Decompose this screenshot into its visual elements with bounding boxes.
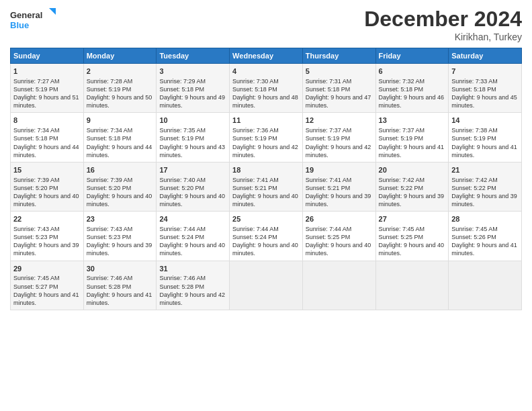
daylight: Daylight: 9 hours and 46 minutes. <box>379 94 445 109</box>
daylight: Daylight: 9 hours and 40 minutes. <box>159 193 225 208</box>
sunrise: Sunrise: 7:43 AM <box>13 226 60 232</box>
day-number: 29 <box>13 264 81 274</box>
day-number: 24 <box>159 214 226 224</box>
day-number: 19 <box>306 165 373 175</box>
sunset: Sunset: 5:20 PM <box>87 185 132 191</box>
daylight: Daylight: 9 hours and 42 minutes. <box>159 291 225 306</box>
day-number: 5 <box>306 66 373 77</box>
day-number: 10 <box>159 116 226 126</box>
table-cell: 18Sunrise: 7:41 AMSunset: 5:21 PMDayligh… <box>230 162 303 211</box>
table-cell: 3Sunrise: 7:29 AMSunset: 5:18 PMDaylight… <box>157 64 230 113</box>
svg-text:Blue: Blue <box>10 20 29 30</box>
sunrise: Sunrise: 7:39 AM <box>13 177 60 183</box>
sunrise: Sunrise: 7:29 AM <box>159 78 206 85</box>
sunset: Sunset: 5:22 PM <box>379 185 424 191</box>
daylight: Daylight: 9 hours and 47 minutes. <box>306 94 371 109</box>
table-cell: 12Sunrise: 7:37 AMSunset: 5:19 PMDayligh… <box>302 113 375 162</box>
daylight: Daylight: 9 hours and 49 minutes. <box>159 94 225 109</box>
sunrise: Sunrise: 7:28 AM <box>87 78 133 85</box>
sunset: Sunset: 5:26 PM <box>451 234 496 240</box>
table-cell: 29Sunrise: 7:45 AMSunset: 5:27 PMDayligh… <box>11 261 84 310</box>
sunset: Sunset: 5:28 PM <box>159 283 204 290</box>
table-cell: 13Sunrise: 7:37 AMSunset: 5:19 PMDayligh… <box>375 113 449 162</box>
daylight: Daylight: 9 hours and 50 minutes. <box>87 94 152 109</box>
day-number: 20 <box>379 165 446 175</box>
table-row: 29Sunrise: 7:45 AMSunset: 5:27 PMDayligh… <box>11 261 522 310</box>
daylight: Daylight: 9 hours and 40 minutes. <box>379 242 445 257</box>
table-cell <box>375 261 449 310</box>
day-number: 28 <box>451 214 519 224</box>
table-cell: 16Sunrise: 7:39 AMSunset: 5:20 PMDayligh… <box>83 162 157 211</box>
daylight: Daylight: 9 hours and 42 minutes. <box>232 144 298 158</box>
table-cell <box>302 261 375 310</box>
daylight: Daylight: 9 hours and 41 minutes. <box>87 291 152 306</box>
calendar-body: 1Sunrise: 7:27 AMSunset: 5:19 PMDaylight… <box>11 64 522 310</box>
day-number: 30 <box>87 264 154 274</box>
col-wednesday: Wednesday <box>230 48 303 64</box>
day-number: 13 <box>379 116 446 126</box>
sunset: Sunset: 5:19 PM <box>306 135 351 142</box>
sunrise: Sunrise: 7:44 AM <box>159 226 206 232</box>
sunrise: Sunrise: 7:30 AM <box>232 78 279 85</box>
table-cell <box>449 261 522 310</box>
daylight: Daylight: 9 hours and 39 minutes. <box>13 242 79 257</box>
daylight: Daylight: 9 hours and 42 minutes. <box>306 144 371 158</box>
table-cell: 6Sunrise: 7:32 AMSunset: 5:18 PMDaylight… <box>375 64 449 113</box>
day-number: 31 <box>159 264 226 274</box>
sunrise: Sunrise: 7:27 AM <box>13 78 60 85</box>
sunset: Sunset: 5:21 PM <box>232 185 277 191</box>
table-cell: 21Sunrise: 7:42 AMSunset: 5:22 PMDayligh… <box>449 162 522 211</box>
daylight: Daylight: 9 hours and 41 minutes. <box>451 144 517 158</box>
table-cell: 5Sunrise: 7:31 AMSunset: 5:18 PMDaylight… <box>302 64 375 113</box>
sunrise: Sunrise: 7:35 AM <box>159 127 206 134</box>
calendar-page: General Blue December 2024 Kirikhan, Tur… <box>0 0 532 411</box>
table-cell: 8Sunrise: 7:34 AMSunset: 5:18 PMDaylight… <box>11 113 84 162</box>
sunrise: Sunrise: 7:45 AM <box>13 275 60 281</box>
sunset: Sunset: 5:23 PM <box>13 234 58 240</box>
daylight: Daylight: 9 hours and 40 minutes. <box>306 242 371 257</box>
table-cell: 14Sunrise: 7:38 AMSunset: 5:19 PMDayligh… <box>449 113 522 162</box>
day-number: 6 <box>379 66 446 77</box>
col-monday: Monday <box>83 48 157 64</box>
sunrise: Sunrise: 7:39 AM <box>87 177 133 183</box>
day-number: 21 <box>451 165 519 175</box>
day-number: 12 <box>306 116 373 126</box>
day-number: 14 <box>451 116 519 126</box>
day-number: 22 <box>13 214 81 224</box>
day-number: 15 <box>13 165 81 175</box>
daylight: Daylight: 9 hours and 51 minutes. <box>13 94 79 109</box>
daylight: Daylight: 9 hours and 40 minutes. <box>232 193 298 208</box>
table-cell: 11Sunrise: 7:36 AMSunset: 5:19 PMDayligh… <box>230 113 303 162</box>
sunset: Sunset: 5:18 PM <box>13 135 58 142</box>
sunrise: Sunrise: 7:42 AM <box>379 177 425 183</box>
sunset: Sunset: 5:25 PM <box>379 234 424 240</box>
day-number: 16 <box>87 165 154 175</box>
daylight: Daylight: 9 hours and 45 minutes. <box>451 94 517 109</box>
sunset: Sunset: 5:18 PM <box>232 86 277 93</box>
table-cell: 24Sunrise: 7:44 AMSunset: 5:24 PMDayligh… <box>157 212 230 261</box>
sunset: Sunset: 5:28 PM <box>87 283 132 290</box>
svg-marker-2 <box>49 8 56 15</box>
table-cell: 9Sunrise: 7:34 AMSunset: 5:18 PMDaylight… <box>83 113 157 162</box>
sunrise: Sunrise: 7:37 AM <box>379 127 425 134</box>
day-number: 4 <box>232 66 300 77</box>
table-cell <box>230 261 303 310</box>
sunset: Sunset: 5:21 PM <box>306 185 351 191</box>
sunset: Sunset: 5:18 PM <box>379 86 424 93</box>
location: Kirikhan, Turkey <box>364 32 522 42</box>
sunrise: Sunrise: 7:41 AM <box>232 177 279 183</box>
sunset: Sunset: 5:19 PM <box>451 135 496 142</box>
daylight: Daylight: 9 hours and 40 minutes. <box>159 242 225 257</box>
sunrise: Sunrise: 7:34 AM <box>13 127 60 134</box>
table-cell: 1Sunrise: 7:27 AMSunset: 5:19 PMDaylight… <box>11 64 84 113</box>
day-number: 2 <box>87 66 154 77</box>
sunrise: Sunrise: 7:45 AM <box>379 226 425 232</box>
table-cell: 28Sunrise: 7:45 AMSunset: 5:26 PMDayligh… <box>449 212 522 261</box>
col-sunday: Sunday <box>11 48 84 64</box>
sunrise: Sunrise: 7:44 AM <box>306 226 352 232</box>
daylight: Daylight: 9 hours and 41 minutes. <box>451 242 517 257</box>
daylight: Daylight: 9 hours and 39 minutes. <box>87 242 152 257</box>
daylight: Daylight: 9 hours and 39 minutes. <box>306 193 371 208</box>
table-row: 22Sunrise: 7:43 AMSunset: 5:23 PMDayligh… <box>11 212 522 261</box>
sunset: Sunset: 5:18 PM <box>306 86 351 93</box>
